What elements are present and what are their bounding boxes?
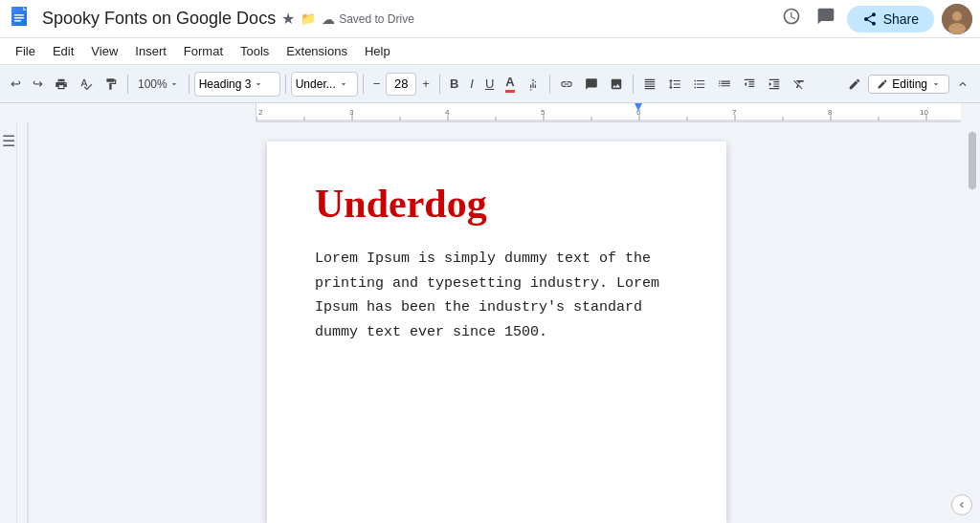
paint-format-button[interactable] [100, 75, 122, 94]
underline-button[interactable]: U [480, 74, 499, 94]
history-button[interactable] [778, 3, 805, 34]
ruler-left-margin [0, 103, 256, 122]
menu-edit[interactable]: Edit [45, 42, 81, 60]
indent-decrease-button[interactable] [738, 75, 761, 94]
suggest-edits-button[interactable] [843, 75, 866, 94]
divider-6 [549, 75, 550, 94]
svg-text:8: 8 [828, 108, 833, 117]
font-name-select[interactable]: Under... [291, 72, 358, 97]
editing-mode-label: Editing [892, 77, 927, 91]
toolbar-collapse-button[interactable] [951, 75, 974, 94]
menu-format[interactable]: Format [176, 42, 231, 60]
highlight-button[interactable] [522, 75, 545, 94]
user-avatar[interactable] [942, 4, 972, 34]
page-container: Underdog Lorem Ipsum is simply dummy tex… [29, 122, 965, 523]
svg-point-7 [952, 11, 962, 21]
share-label: Share [883, 11, 919, 27]
ruler-right-margin [961, 103, 980, 122]
svg-text:2: 2 [258, 108, 263, 117]
left-sidebar: ☰ [0, 122, 17, 523]
svg-rect-5 [14, 20, 21, 22]
list-button[interactable] [713, 75, 736, 94]
outline-toggle-button[interactable]: ☰ [2, 132, 15, 150]
redo-button[interactable]: ↪ [28, 74, 48, 94]
menu-insert[interactable]: Insert [127, 42, 174, 60]
align-button[interactable] [638, 75, 661, 94]
paragraph-style-value: Heading 3 [199, 77, 252, 91]
svg-text:3: 3 [349, 108, 354, 117]
ruler-container: 2 3 4 5 6 7 8 10 [0, 103, 980, 122]
indent-increase-button[interactable] [763, 75, 786, 94]
left-margin-ruler [17, 122, 29, 523]
clear-format-button[interactable] [788, 75, 811, 94]
svg-text:7: 7 [732, 108, 737, 117]
collapse-panel-button[interactable] [951, 494, 972, 515]
svg-point-8 [948, 23, 966, 34]
text-color-button[interactable]: A [501, 72, 519, 96]
scrollbar-handle[interactable] [969, 132, 976, 189]
font-size-increase[interactable]: + [417, 74, 434, 94]
menu-extensions[interactable]: Extensions [278, 42, 355, 60]
spellcheck-button[interactable] [75, 75, 98, 94]
svg-rect-4 [14, 17, 24, 19]
menu-file[interactable]: File [8, 42, 43, 60]
image-button[interactable] [605, 75, 628, 94]
saved-status: ☁ Saved to Drive [322, 11, 414, 27]
zoom-value: 100% [138, 77, 167, 91]
svg-text:10: 10 [920, 108, 928, 117]
svg-text:5: 5 [541, 108, 546, 117]
bottom-right-area [951, 494, 972, 515]
document-heading[interactable]: Underdog [315, 180, 679, 228]
cloud-icon: ☁ [322, 11, 335, 27]
star-icon[interactable]: ★ [281, 10, 295, 28]
link-button[interactable] [555, 75, 578, 94]
svg-rect-3 [14, 14, 24, 16]
chat-button[interactable] [813, 3, 839, 34]
docs-logo-icon [8, 6, 34, 33]
divider-7 [633, 75, 634, 94]
divider-4 [363, 75, 364, 94]
italic-button[interactable]: I [465, 74, 479, 94]
undo-button[interactable]: ↩ [6, 74, 26, 94]
menu-help[interactable]: Help [357, 42, 398, 60]
checklist-button[interactable] [688, 75, 711, 94]
saved-status-text: Saved to Drive [339, 12, 414, 26]
print-button[interactable] [50, 75, 73, 94]
font-size-control: − + [368, 73, 434, 96]
font-size-decrease[interactable]: − [368, 74, 386, 94]
document-page: Underdog Lorem Ipsum is simply dummy tex… [267, 142, 726, 523]
folder-icon[interactable]: 📁 [301, 11, 316, 26]
document-title[interactable]: Spooky Fonts on Google Docs [42, 9, 276, 29]
menu-tools[interactable]: Tools [233, 42, 277, 60]
share-button[interactable]: Share [847, 6, 934, 33]
line-spacing-button[interactable] [663, 75, 686, 94]
menu-bar: File Edit View Insert Format Tools Exten… [0, 38, 980, 65]
zoom-select[interactable]: 100% [133, 75, 184, 94]
document-body[interactable]: Lorem Ipsum is simply dummy text of the … [315, 247, 679, 344]
menu-view[interactable]: View [83, 42, 125, 60]
toolbar: ↩ ↪ 100% Heading 3 Under... − + B I U A [0, 65, 980, 103]
divider-3 [285, 75, 286, 94]
svg-text:4: 4 [445, 108, 450, 117]
paragraph-style-select[interactable]: Heading 3 [194, 72, 280, 97]
ruler: 2 3 4 5 6 7 8 10 [256, 103, 961, 122]
comment-button[interactable] [580, 75, 603, 94]
editing-mode-select[interactable]: Editing [868, 75, 949, 94]
divider-5 [439, 75, 440, 94]
divider-1 [127, 75, 128, 94]
doc-title-area: Spooky Fonts on Google Docs ★ 📁 ☁ Saved … [42, 9, 778, 29]
divider-2 [189, 75, 189, 94]
font-size-input[interactable] [386, 73, 416, 96]
right-scrollbar-panel [965, 122, 980, 523]
bold-button[interactable]: B [445, 74, 463, 94]
font-name-value: Under... [296, 77, 336, 91]
